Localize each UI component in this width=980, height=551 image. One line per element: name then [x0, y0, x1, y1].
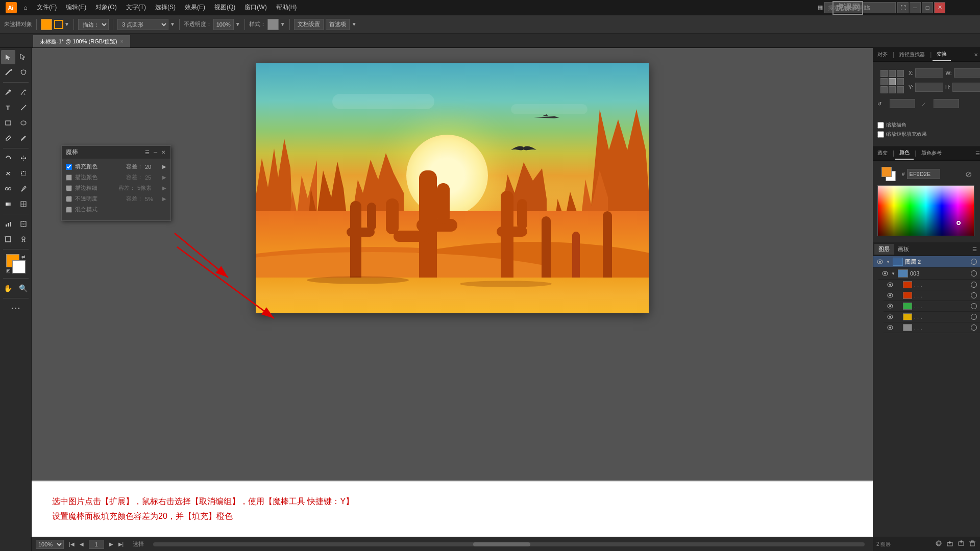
brush-size-select[interactable]: 3 点圆形	[117, 19, 168, 30]
layers-panel-menu-btn[interactable]: ☰	[970, 244, 979, 255]
color-panel-menu-btn[interactable]: ☰	[975, 151, 980, 156]
menu-select[interactable]: 选择(S)	[151, 2, 180, 13]
anchor-tr[interactable]	[897, 70, 904, 77]
menu-edit[interactable]: 编辑(E)	[62, 2, 90, 13]
layer-c1-visibility[interactable]	[887, 281, 894, 288]
menu-window[interactable]: 窗口(W)	[240, 2, 271, 13]
h-input[interactable]	[952, 83, 980, 92]
stroke-options[interactable]: ▼	[64, 21, 69, 27]
window-close-btn[interactable]: ✕	[934, 2, 945, 13]
w-input[interactable]	[954, 68, 981, 78]
menu-help[interactable]: 帮助(H)	[272, 2, 301, 13]
ellipse-tool[interactable]	[16, 116, 31, 130]
reflect-tool[interactable]	[16, 151, 31, 165]
scroll-thumb[interactable]	[473, 542, 530, 546]
layer-2-visibility[interactable]	[876, 258, 884, 265]
free-transform-tool[interactable]	[16, 166, 31, 181]
right-panel-close-btn[interactable]: ✕	[972, 52, 980, 58]
eyedropper-tool[interactable]	[16, 182, 31, 196]
create-new-layer-btn[interactable]	[957, 539, 966, 549]
warp-tool[interactable]	[1, 166, 15, 181]
panel-header[interactable]: 魔棒 ☰ ─ ✕	[62, 146, 170, 159]
make-clip-mask-btn[interactable]	[934, 539, 943, 549]
panel-close-btn[interactable]: ✕	[160, 149, 166, 155]
window-minimize-btn[interactable]: ─	[910, 2, 921, 13]
direct-select-tool[interactable]	[16, 50, 31, 64]
doc-setup-btn[interactable]: 文档设置	[294, 19, 324, 30]
line-tool[interactable]	[16, 101, 31, 115]
layer-color-5[interactable]: . . .	[884, 322, 980, 333]
prev-page-btn[interactable]: ◀	[80, 541, 84, 547]
opacity-input[interactable]	[213, 19, 234, 30]
anchor-mr[interactable]	[897, 78, 904, 85]
menu-file[interactable]: 文件(F)	[33, 2, 61, 13]
page-number-input[interactable]	[89, 540, 104, 549]
fill-color-swatch[interactable]	[41, 19, 52, 30]
menu-text[interactable]: 文字(T)	[122, 2, 150, 13]
tab-opacity[interactable]: 透变	[873, 147, 892, 159]
layer-c5-mode[interactable]	[971, 324, 977, 331]
tab-transform[interactable]: 变换	[933, 48, 951, 61]
delete-layer-btn[interactable]	[968, 539, 977, 549]
pencil-tool[interactable]	[16, 131, 31, 145]
swap-colors-btn[interactable]: ⇄	[21, 254, 26, 259]
anchor-tl[interactable]	[880, 70, 888, 77]
panel-collapse-btn[interactable]: ─	[153, 149, 158, 155]
gradient-tool[interactable]	[1, 197, 15, 211]
layer-003-item[interactable]: ▼ 003	[878, 268, 980, 280]
tab-close-btn[interactable]: ×	[120, 39, 124, 44]
layer-2-mode-icon[interactable]	[971, 259, 977, 265]
not-applicable-icon[interactable]: ⊘	[965, 169, 972, 179]
zoom-tool[interactable]: 🔍	[16, 281, 31, 295]
pen-tool[interactable]	[1, 85, 15, 99]
chart-tool[interactable]	[1, 217, 15, 231]
layer-003-expand[interactable]: ▼	[891, 271, 896, 276]
rect-tool[interactable]	[1, 116, 15, 130]
layer-color-2[interactable]: . . .	[884, 290, 980, 301]
search-input[interactable]	[824, 2, 896, 13]
last-page-btn[interactable]: ▶|	[118, 541, 124, 547]
anchor-bc[interactable]	[889, 86, 896, 93]
home-icon[interactable]: ⌂	[19, 2, 32, 14]
fill-color-checkbox[interactable]	[66, 164, 72, 170]
anchor-br[interactable]	[897, 86, 904, 93]
tolerance-arrow-1[interactable]: ▶	[162, 164, 166, 169]
tab-artboard[interactable]: 画板	[894, 244, 913, 255]
opacity-checkbox[interactable]	[66, 196, 72, 202]
document-tab[interactable]: 未标题-1* @ 100% (RGB/预览) ×	[33, 35, 130, 47]
zoom-select[interactable]: 100%	[36, 540, 64, 549]
artboard-tool[interactable]	[1, 232, 15, 246]
hex-input[interactable]	[907, 169, 940, 179]
y-input[interactable]	[915, 83, 943, 92]
shear-input[interactable]	[934, 99, 959, 108]
stroke-width-checkbox[interactable]	[66, 185, 72, 191]
color-spectrum[interactable]	[877, 185, 974, 236]
menu-effect[interactable]: 效果(E)	[181, 2, 209, 13]
layer-c1-mode[interactable]	[971, 282, 977, 288]
add-anchor-tool[interactable]: +	[16, 85, 31, 99]
stroke-icon[interactable]	[54, 20, 63, 29]
blend-mode-select[interactable]: 描边：	[78, 19, 109, 30]
hand-tool[interactable]: ✋	[1, 281, 15, 295]
menu-object[interactable]: 对象(O)	[91, 2, 120, 13]
layer-c4-mode[interactable]	[971, 314, 977, 320]
paintbrush-tool[interactable]	[1, 131, 15, 145]
layer-2-expand[interactable]: ▼	[886, 259, 891, 264]
symbol-tool[interactable]	[16, 232, 31, 246]
scale-effects-checkbox[interactable]	[877, 131, 884, 138]
anchor-ml[interactable]	[880, 78, 888, 85]
select-tool[interactable]	[1, 50, 15, 64]
mesh-tool[interactable]	[16, 197, 31, 211]
layer-2-item[interactable]: ▼ 图层 2	[873, 256, 980, 268]
fg-swatch[interactable]	[881, 167, 892, 177]
layer-003-visibility[interactable]	[881, 270, 889, 277]
stroke-color-checkbox[interactable]	[66, 174, 72, 181]
tab-layers[interactable]: 图层	[874, 244, 894, 255]
rotate-input[interactable]	[890, 99, 915, 108]
layer-color-4[interactable]: . . .	[884, 312, 980, 322]
style-swatch[interactable]	[267, 19, 279, 30]
tab-color[interactable]: 颜色	[895, 146, 914, 160]
reset-colors-btn[interactable]: ◩	[6, 268, 11, 273]
layer-c4-visibility[interactable]	[887, 313, 894, 320]
background-color[interactable]	[12, 260, 26, 273]
